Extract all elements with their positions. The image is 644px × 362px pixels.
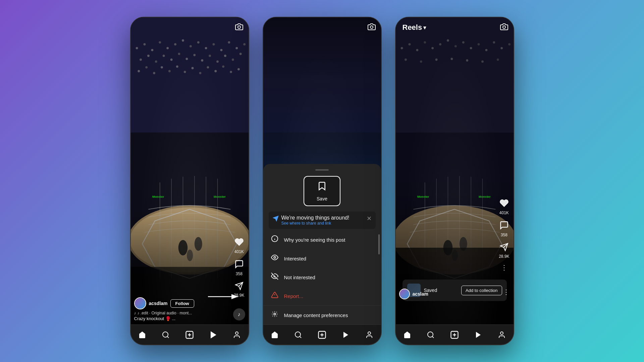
menu-item-manage[interactable]: Manage content preferences — [263, 305, 381, 324]
svg-marker-101 — [407, 209, 502, 279]
caption-1: Crazy knockout 🥊 ... — [134, 316, 228, 321]
menu-label-report: Report... — [284, 293, 304, 299]
svg-point-66 — [163, 332, 168, 337]
nav-profile-3[interactable] — [498, 331, 506, 339]
save-button[interactable]: Save — [304, 176, 340, 206]
nav-plus-3[interactable] — [450, 330, 459, 340]
svg-point-41 — [231, 59, 234, 61]
heart-icon-1 — [234, 237, 244, 248]
nav-profile-2[interactable] — [365, 331, 373, 339]
svg-point-24 — [212, 43, 215, 46]
svg-point-72 — [235, 332, 238, 335]
camera-icon-2[interactable] — [368, 23, 376, 33]
svg-point-128 — [435, 59, 437, 61]
menu-item-not-interested[interactable]: Not interested — [263, 268, 381, 287]
menu-item-why[interactable]: Why you're seeing this post — [263, 230, 381, 249]
notif-link[interactable]: See where to share and link — [281, 221, 350, 226]
avatar-1 — [134, 297, 146, 309]
svg-point-17 — [159, 41, 161, 44]
svg-point-119 — [462, 41, 464, 44]
svg-point-122 — [485, 49, 487, 51]
svg-point-18 — [166, 47, 169, 49]
svg-point-123 — [493, 41, 495, 44]
svg-marker-96 — [343, 332, 348, 338]
svg-point-28 — [243, 43, 246, 46]
nav-reels-2[interactable] — [342, 331, 350, 339]
nav-home-2[interactable] — [271, 331, 279, 339]
eye-icon — [270, 254, 279, 263]
share-action-3[interactable]: 28.9K — [499, 243, 509, 259]
menu-item-interested[interactable]: Interested — [263, 249, 381, 268]
svg-point-36 — [193, 54, 196, 56]
nav-home-3[interactable] — [403, 331, 411, 339]
chevron-down-icon[interactable]: ▾ — [423, 24, 426, 31]
share-icon-1 — [235, 282, 244, 292]
music-info-1: ♪ ♪ .edit · Original audio · mont... — [134, 311, 228, 315]
svg-point-11 — [178, 240, 187, 255]
svg-point-49 — [183, 71, 186, 73]
svg-text:Monster: Monster — [417, 195, 429, 198]
heart-count-1: 401K — [234, 249, 244, 254]
svg-point-43 — [138, 70, 140, 72]
nav-search-1[interactable] — [162, 331, 170, 339]
svg-rect-0 — [131, 17, 249, 324]
svg-point-44 — [145, 66, 148, 68]
more-action-3[interactable]: ⋮ — [501, 264, 507, 271]
heart-action-3[interactable]: 401K — [499, 198, 509, 215]
nav-reels-1[interactable] — [209, 331, 217, 339]
username-1: acsdlam — [149, 301, 168, 306]
svg-point-39 — [216, 60, 219, 63]
svg-point-26 — [228, 41, 230, 44]
heart-action-1[interactable]: 401K — [234, 237, 244, 254]
svg-point-47 — [168, 70, 170, 72]
phone-1: Monster Monster — [130, 17, 249, 345]
svg-point-126 — [405, 59, 407, 61]
svg-point-14 — [136, 47, 138, 49]
menu-item-report[interactable]: Report... — [263, 287, 381, 305]
svg-point-137 — [503, 26, 505, 28]
scrollbar-hint — [378, 234, 380, 254]
nav-bar-3 — [396, 324, 514, 345]
svg-point-22 — [197, 41, 199, 44]
svg-point-113 — [416, 49, 418, 51]
three-dots-3[interactable]: ⋮ — [503, 288, 509, 296]
nav-home-1[interactable] — [138, 331, 146, 339]
camera-icon-3[interactable] — [500, 23, 508, 32]
comment-count-3: 358 — [501, 233, 507, 237]
nav-profile-1[interactable] — [233, 331, 241, 339]
menu-label-why: Why you're seeing this post — [284, 237, 345, 243]
save-button-container: Save — [263, 176, 381, 206]
mma-background-3: Monster Monster — [396, 17, 514, 324]
svg-point-38 — [209, 55, 211, 57]
svg-point-140 — [428, 332, 433, 337]
nav-bar-2 — [263, 324, 381, 345]
comment-action-1[interactable]: 358 — [234, 259, 244, 276]
svg-point-130 — [466, 59, 468, 62]
svg-rect-99 — [396, 17, 514, 133]
svg-point-112 — [408, 43, 411, 46]
user-info-3: acslam — [399, 289, 495, 299]
nav-search-3[interactable] — [427, 331, 435, 339]
svg-text:Monster: Monster — [152, 195, 164, 198]
nav-plus-1[interactable] — [185, 330, 194, 340]
svg-rect-136 — [396, 190, 514, 324]
menu-label-interested: Interested — [284, 256, 307, 261]
svg-marker-145 — [476, 332, 481, 338]
svg-point-54 — [222, 65, 224, 68]
nav-reels-3[interactable] — [474, 331, 482, 339]
svg-point-21 — [189, 45, 192, 47]
comment-action-3[interactable]: 358 — [499, 221, 509, 237]
follow-button-1[interactable]: Follow — [170, 299, 194, 308]
notification-close[interactable]: ✕ — [367, 215, 372, 222]
camera-icon-1[interactable] — [235, 23, 243, 33]
music-note-icon: ♪ — [134, 311, 136, 315]
nav-search-2[interactable] — [294, 331, 302, 339]
avatar-3 — [399, 289, 410, 299]
nav-plus-2[interactable] — [317, 330, 327, 340]
sheet-handle — [315, 169, 329, 171]
svg-text:Monster: Monster — [479, 195, 491, 198]
comment-count-1: 358 — [236, 272, 243, 276]
notification-text: We're moving things around! See where to… — [281, 215, 350, 226]
menu-label-not-interested: Not interested — [284, 275, 315, 280]
action-bar-1: 401K 358 28.9K — [234, 237, 244, 298]
